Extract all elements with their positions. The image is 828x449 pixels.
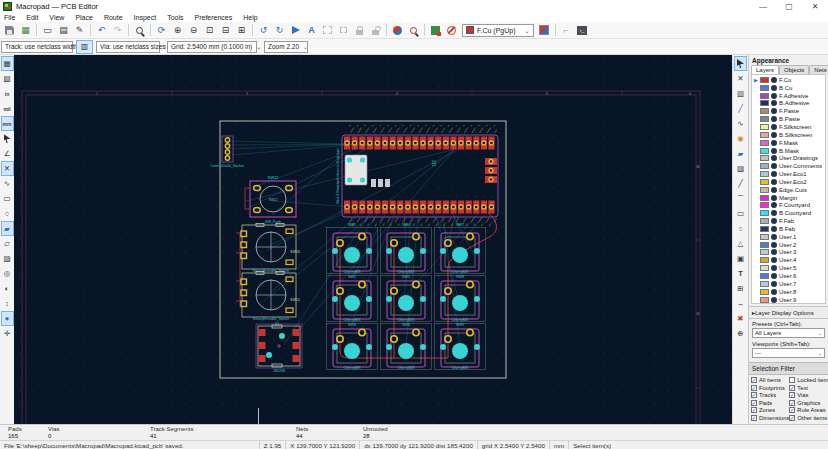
filter-locked-items[interactable]: Locked items xyxy=(789,377,828,383)
layer-color-swatch[interactable] xyxy=(760,93,769,99)
update-pcb-button[interactable] xyxy=(428,23,443,38)
draw-circle-button[interactable]: ○ xyxy=(734,221,747,236)
add-image-button[interactable]: ▣ xyxy=(734,251,747,266)
filter-other-items[interactable]: Other items xyxy=(789,415,828,421)
viewports-select[interactable]: ---⌄ xyxy=(752,348,825,358)
page-settings-button[interactable]: ▭ xyxy=(40,23,55,38)
layer-color-swatch[interactable] xyxy=(760,210,769,216)
close-button[interactable]: ✕ xyxy=(802,0,828,13)
layer-color-swatch[interactable] xyxy=(760,108,769,114)
visibility-eye-icon[interactable] xyxy=(771,116,777,122)
checkbox[interactable] xyxy=(751,377,757,383)
grid-visibility-button[interactable]: ▦ xyxy=(1,56,14,71)
ratsnest-visibility-button[interactable]: ✕ xyxy=(1,161,14,176)
filter-tracks[interactable]: Tracks xyxy=(751,392,789,398)
layer-row[interactable]: User.7 xyxy=(752,280,825,288)
visibility-eye-icon[interactable] xyxy=(771,202,777,208)
visibility-eye-icon[interactable] xyxy=(771,249,777,255)
layer-color-swatch[interactable] xyxy=(760,187,769,193)
visibility-eye-icon[interactable] xyxy=(771,179,777,185)
layer-row[interactable]: B.Cu xyxy=(752,84,825,92)
filter-zones[interactable]: Zones xyxy=(751,407,789,413)
checkbox[interactable] xyxy=(751,407,757,413)
menu-help[interactable]: Help xyxy=(243,14,257,21)
layer-color-swatch[interactable] xyxy=(760,132,769,138)
drc-button[interactable] xyxy=(390,23,405,38)
scripting-console-button[interactable]: ›_ xyxy=(575,23,590,38)
cursor-shape-button[interactable] xyxy=(1,131,14,146)
layer-row[interactable]: B.Silkscreen xyxy=(752,131,825,139)
board-setup-button[interactable]: ▦ xyxy=(18,23,33,38)
tab-nets[interactable]: Nets xyxy=(809,65,828,74)
track-outline-mode-button[interactable]: ▭ xyxy=(1,191,14,206)
visibility-eye-icon[interactable] xyxy=(771,140,777,146)
filter-pads[interactable]: Pads xyxy=(751,400,789,406)
visibility-eye-icon[interactable] xyxy=(771,289,777,295)
menu-inspect[interactable]: Inspect xyxy=(134,14,157,21)
layer-selector[interactable]: F.Cu (PgUp) ⌄ xyxy=(462,24,534,37)
layer-color-swatch[interactable] xyxy=(760,124,769,130)
visibility-eye-icon[interactable] xyxy=(771,210,777,216)
checkbox[interactable] xyxy=(789,400,795,406)
layer-row[interactable]: User.5 xyxy=(752,264,825,272)
layer-color-swatch[interactable] xyxy=(760,202,769,208)
layer-color-swatch[interactable] xyxy=(760,257,769,263)
layer-display-options[interactable]: ▸Layer Display Options xyxy=(749,306,828,319)
layer-row[interactable]: User.4 xyxy=(752,256,825,264)
menu-file[interactable]: File xyxy=(4,14,15,21)
checkbox[interactable] xyxy=(751,385,757,391)
layer-color-swatch[interactable] xyxy=(760,148,769,154)
auto-track-width-toggle[interactable]: ▥ xyxy=(76,40,93,54)
visibility-eye-icon[interactable] xyxy=(771,297,777,303)
local-ratsnest-button[interactable]: ✕ xyxy=(734,71,747,86)
checkbox[interactable] xyxy=(751,415,757,421)
layer-row[interactable]: User.1 xyxy=(752,233,825,241)
titlebar[interactable]: Macropad — PCB Editor — ▢ ✕ xyxy=(0,0,828,13)
visibility-eye-icon[interactable] xyxy=(771,218,777,224)
layer-row[interactable]: User.3 xyxy=(752,249,825,257)
rotate-cw-button[interactable]: ↻ xyxy=(272,23,287,38)
units-mm-button[interactable]: mm xyxy=(1,116,14,131)
tune-length-button[interactable]: ∿ xyxy=(734,116,747,131)
show-violations-button[interactable] xyxy=(444,23,459,38)
layer-color-swatch[interactable] xyxy=(760,273,769,279)
via-size-select[interactable]: Via: use netclass sizes⌄ xyxy=(96,41,160,53)
layer-row[interactable]: User.9 xyxy=(752,296,825,304)
zoom-fit-objects-button[interactable]: ⊟ xyxy=(218,23,233,38)
layer-color-swatch[interactable] xyxy=(760,163,769,169)
set-origin-button[interactable]: ⊕ xyxy=(734,326,747,341)
layer-color-swatch[interactable] xyxy=(760,77,769,83)
layer-color-swatch[interactable] xyxy=(760,179,769,185)
visibility-eye-icon[interactable] xyxy=(771,171,777,177)
visibility-eye-icon[interactable] xyxy=(771,132,777,138)
pcb-canvas[interactable]: 2 3 4 5 6 A B xyxy=(14,55,732,424)
layer-row[interactable]: Margin xyxy=(752,194,825,202)
layer-color-swatch[interactable] xyxy=(760,155,769,161)
checkbox[interactable] xyxy=(789,415,795,421)
layer-row[interactable]: F.Adhesive xyxy=(752,92,825,100)
checkbox[interactable] xyxy=(789,407,795,413)
appearance-manager-button[interactable]: ● xyxy=(1,311,14,326)
layer-color-swatch[interactable] xyxy=(760,297,769,303)
menu-view[interactable]: View xyxy=(49,14,64,21)
checkbox[interactable] xyxy=(789,385,795,391)
layer-color-swatch[interactable] xyxy=(760,289,769,295)
layer-row[interactable]: User.Drawings xyxy=(752,154,825,162)
free-angle-button[interactable]: ∠ xyxy=(1,146,14,161)
filter-text[interactable]: Text xyxy=(789,385,828,391)
high-contrast-mode-button[interactable]: ◐ xyxy=(1,281,14,296)
layer-color-swatch[interactable] xyxy=(760,249,769,255)
add-footprint-button[interactable]: ▥ xyxy=(734,86,747,101)
visibility-eye-icon[interactable] xyxy=(771,273,777,279)
visibility-eye-icon[interactable] xyxy=(771,77,777,83)
undo-button[interactable]: ↶ xyxy=(94,23,109,38)
draw-arc-button[interactable]: ⌒ xyxy=(734,191,747,206)
visibility-eye-icon[interactable] xyxy=(771,124,777,130)
layer-row[interactable]: B.Adhesive xyxy=(752,100,825,108)
layer-row[interactable]: User.Eco1 xyxy=(752,170,825,178)
draw-polygon-button[interactable]: △ xyxy=(734,236,747,251)
draw-line-button[interactable]: ╱ xyxy=(734,176,747,191)
add-filled-zone-button[interactable]: ▰ xyxy=(734,146,747,161)
layer-row[interactable]: B.Mask xyxy=(752,147,825,155)
menu-tools[interactable]: Tools xyxy=(167,14,183,21)
